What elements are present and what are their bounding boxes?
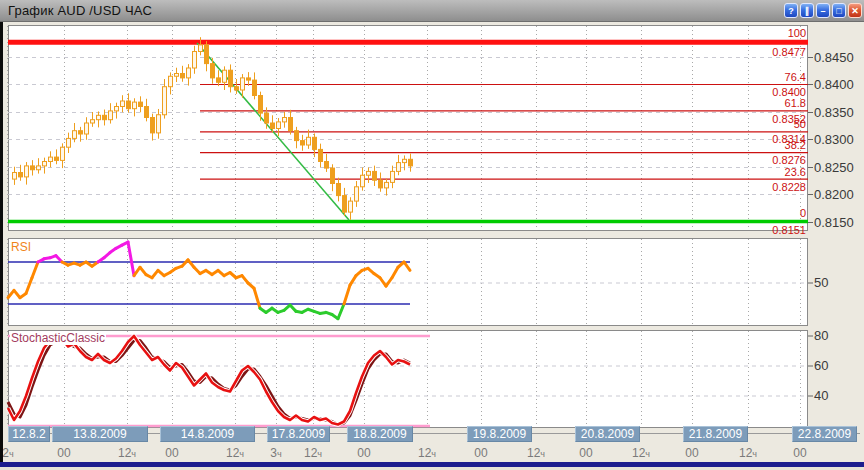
fib-pct-label: 50	[746, 118, 806, 130]
date-axis-label: 19.8.2009	[467, 426, 532, 442]
fib-pct-label: 100	[746, 27, 806, 39]
price-axis-label: 0.8350	[814, 105, 854, 120]
chart-graphics	[0, 0, 864, 470]
chart-window: График AUD /USD ЧАС ?∥–□✕ RSI Stochastic…	[0, 0, 864, 470]
date-axis-label: 12.8.2	[8, 426, 50, 442]
window-left-edge	[0, 22, 3, 463]
time-axis-label: 00	[474, 446, 487, 460]
date-axis-label: 20.8.2009	[575, 426, 640, 442]
stoch-axis-label: 40	[814, 388, 828, 403]
stoch-axis-label: 60	[814, 358, 828, 373]
time-axis-label: 12ч	[527, 446, 545, 460]
time-axis-label: 12ч	[418, 446, 436, 460]
time-axis-label: 00	[579, 446, 592, 460]
rsi-axis-label: 50	[814, 275, 828, 290]
price-axis-label: 0.8400	[814, 77, 854, 92]
time-axis-label: 00	[357, 446, 370, 460]
price-axis-label: 0.8450	[814, 50, 854, 65]
fib-price-label: 0.8400	[746, 86, 806, 98]
stochastic-graphics	[8, 336, 813, 426]
time-axis-label: 00	[685, 446, 698, 460]
price-axis-label: 0.8150	[814, 215, 854, 230]
rsi-indicator-label: RSI	[10, 240, 32, 254]
fib-price-label: 0.8228	[746, 181, 806, 193]
price-axis-label: 0.8250	[814, 160, 854, 175]
time-axis-label: 12ч	[118, 446, 136, 460]
stochastic-indicator-label: StochasticClassic	[10, 331, 106, 345]
fib-pct-label: 61.8	[746, 97, 806, 109]
fib-pct-label: 76.4	[746, 71, 806, 83]
price-axis-label: 0.8300	[814, 132, 854, 147]
fib-price-label: 0.8276	[746, 154, 806, 166]
date-axis-label: 21.8.2009	[683, 426, 748, 442]
date-axis-label: 14.8.2009	[160, 426, 255, 442]
fib-price-label: 0.8151	[746, 224, 806, 236]
time-axis-label: 12ч	[226, 446, 244, 460]
fib-pct-label: 0	[746, 207, 806, 219]
stoch-axis-label: 80	[814, 328, 828, 343]
fib-price-label: 0.8477	[746, 46, 806, 58]
time-axis-label: 12ч	[304, 446, 322, 460]
stoch-main-line	[8, 336, 410, 425]
price-axis-label: 0.8200	[814, 187, 854, 202]
candlesticks	[13, 37, 413, 220]
date-axis-label: 18.8.2009	[347, 426, 413, 442]
time-axis-label: 00	[793, 446, 806, 460]
time-axis-label: 12ч	[739, 446, 757, 460]
time-axis-label: 2ч	[2, 446, 13, 460]
date-axis-label: 17.8.2009	[267, 426, 330, 442]
time-axis-label: 00	[57, 446, 70, 460]
time-axis-label: 00	[165, 446, 178, 460]
time-axis-label: 12ч	[632, 446, 650, 460]
date-axis-label: 22.8.2009	[792, 426, 857, 442]
gridlines	[8, 26, 814, 427]
fib-pct-label: 23.6	[746, 166, 806, 178]
fib-pct-label: 38.2	[746, 139, 806, 151]
time-axis-label: 3ч	[270, 446, 281, 460]
date-axis-label: 13.8.2009	[52, 426, 148, 442]
